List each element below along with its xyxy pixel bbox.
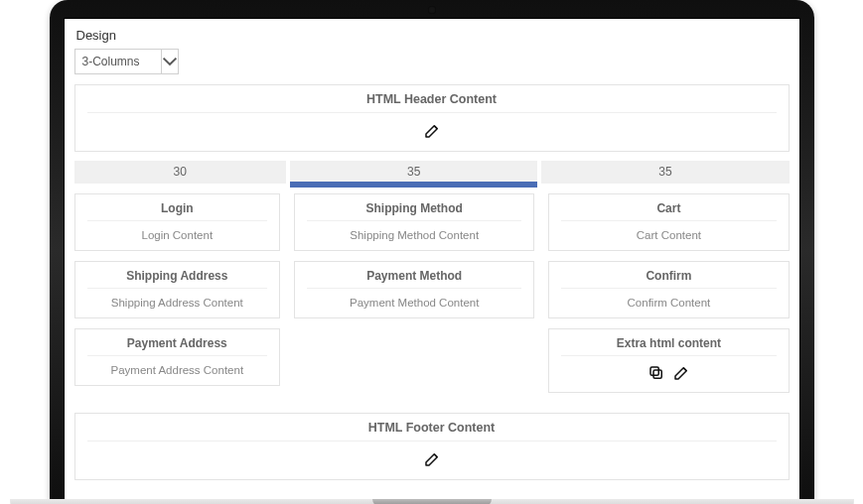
column-2: Shipping Method Shipping Method Content … [294, 193, 534, 403]
edit-footer-button[interactable] [421, 448, 443, 470]
footer-panel-title: HTML Footer Content [75, 414, 789, 441]
card-title: Payment Method [295, 262, 533, 288]
card-body: Cart Content [549, 221, 788, 250]
login-card[interactable]: Login Login Content [74, 193, 281, 251]
confirm-card[interactable]: Confirm Confirm Content [548, 261, 789, 318]
page-title: Design [74, 26, 790, 49]
columns-container: Login Login Content Shipping Address Shi… [74, 193, 790, 403]
ruler-segment-1[interactable]: 30 [74, 161, 287, 184]
card-body [549, 356, 788, 392]
card-title: Confirm [549, 262, 788, 288]
card-title: Shipping Address [75, 262, 280, 288]
payment-method-card[interactable]: Payment Method Payment Method Content [294, 261, 534, 318]
card-body: Shipping Method Content [295, 221, 533, 250]
cart-card[interactable]: Cart Cart Content [548, 193, 789, 251]
column-width-ruler: 30 35 35 [74, 161, 790, 184]
shipping-method-card[interactable]: Shipping Method Shipping Method Content [294, 193, 534, 251]
card-body: Confirm Content [549, 289, 788, 317]
edit-header-button[interactable] [421, 120, 443, 142]
edit-extra-html-button[interactable] [670, 362, 692, 384]
svg-rect-0 [653, 370, 661, 378]
laptop-base [10, 499, 854, 504]
payment-address-card[interactable]: Payment Address Payment Address Content [74, 328, 281, 386]
header-content-panel: HTML Header Content [74, 84, 790, 152]
footer-content-panel: HTML Footer Content [74, 413, 790, 480]
layout-select-value: 3-Columns [82, 55, 140, 68]
column-3: Cart Cart Content Confirm Confirm Conten… [548, 193, 789, 403]
card-title: Payment Address [75, 329, 280, 355]
card-title: Extra html content [549, 329, 788, 355]
shipping-address-card[interactable]: Shipping Address Shipping Address Conten… [74, 261, 281, 318]
card-title: Login [75, 194, 280, 220]
svg-rect-1 [650, 367, 658, 375]
layout-columns-select[interactable]: 3-Columns [74, 49, 179, 74]
design-screen: Design 3-Columns HTML Header Content 30 [64, 18, 800, 500]
copy-extra-html-button[interactable] [646, 362, 667, 384]
card-body: Payment Method Content [295, 289, 533, 317]
card-body: Login Content [75, 221, 280, 250]
header-panel-title: HTML Header Content [75, 85, 789, 112]
card-body: Shipping Address Content [75, 289, 280, 317]
card-title: Shipping Method [295, 194, 533, 220]
ruler-segment-3[interactable]: 35 [541, 161, 789, 184]
laptop-frame: Design 3-Columns HTML Header Content 30 [50, 0, 814, 500]
card-title: Cart [549, 194, 788, 220]
extra-html-card[interactable]: Extra html content [548, 328, 789, 393]
card-body: Payment Address Content [75, 356, 280, 385]
ruler-segment-2[interactable]: 35 [290, 161, 537, 184]
column-1: Login Login Content Shipping Address Shi… [74, 193, 281, 403]
chevron-down-icon [161, 50, 178, 73]
